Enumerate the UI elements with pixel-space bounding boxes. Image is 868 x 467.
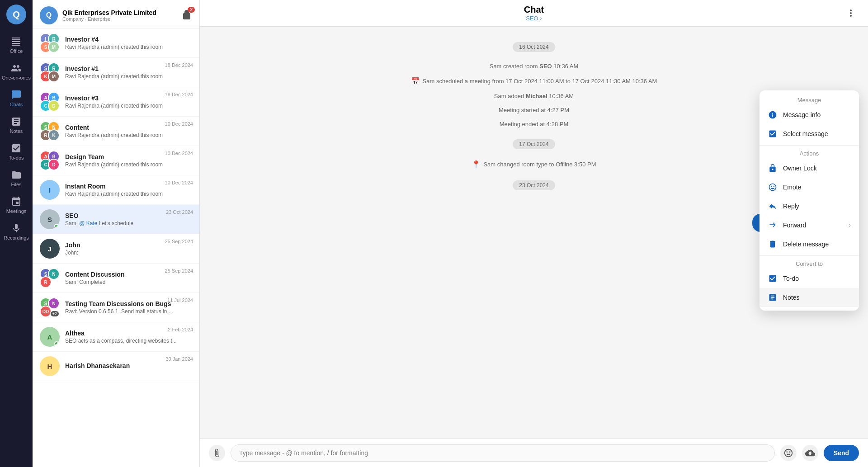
chat-item-content[interactable]: SNRK Content Ravi Rajendra (admin) creat…: [33, 117, 199, 146]
notification-count: 2: [188, 7, 195, 13]
chat-time-design: 10 Dec 2024: [165, 151, 193, 156]
system-msg-meeting-started: Meeting started at 4:27 PM: [218, 105, 850, 115]
nav-office[interactable]: Office: [0, 32, 33, 58]
chat-name-harish: Harish Dhanasekaran: [65, 362, 192, 369]
system-msg-created: Sam created room SEO 10:36 AM: [218, 61, 850, 71]
lock-icon: [768, 163, 778, 173]
chat-item-harish[interactable]: H Harish Dhanasekaran 30 Jan 2024: [33, 352, 199, 381]
nav-oneononones-label: One-on-ones: [2, 75, 31, 80]
chat-time-investor3: 18 Dec 2024: [165, 92, 193, 97]
info-icon: [768, 110, 778, 120]
system-msg-meeting-ended: Meeting ended at 4:28 PM: [218, 119, 850, 129]
date-label-oct23: 23 Oct 2024: [513, 180, 555, 190]
context-item-notes[interactable]: Notes: [760, 288, 859, 307]
send-button[interactable]: Send: [824, 445, 859, 461]
company-logo: Q: [40, 6, 58, 24]
context-label-owner-lock: Owner Lock: [783, 165, 817, 172]
upload-button[interactable]: [802, 445, 818, 461]
chat-list: IRSM Investor #4 Ravi Rajendra (admin) c…: [33, 28, 199, 467]
avatar-contentdiscussion: SNR: [40, 268, 60, 288]
context-item-select-message[interactable]: Select message: [760, 124, 859, 143]
chat-preview-design: Ravi Rajendra (admin) created this room: [65, 161, 192, 168]
chat-preview-seo: Sam: @ Kate Let's schedule: [65, 220, 192, 226]
chat-time-instant: 10 Dec 2024: [165, 180, 193, 185]
chat-title: Chat: [425, 5, 642, 15]
context-convert-label: Convert to: [760, 258, 859, 269]
brand-logo[interactable]: Q: [6, 5, 26, 24]
date-separator-oct16: 16 Oct 2024: [218, 43, 850, 50]
system-msg-meeting-text: Sam scheduled a meeting from 17 Oct 2024…: [423, 78, 657, 85]
nav-chats-label: Chats: [10, 102, 23, 107]
emoji-button[interactable]: [780, 445, 797, 461]
more-options-button[interactable]: [843, 5, 859, 21]
chat-item-contentdiscussion[interactable]: SNR Content Discussion Sam: Completed 25…: [33, 264, 199, 293]
chat-preview-investor3: Ravi Rajendra (admin) created this room: [65, 103, 192, 109]
chat-preview-investor4: Ravi Rajendra (admin) created this room: [65, 44, 192, 50]
company-info: Q Qik Enterprises Private Limited Compan…: [40, 6, 156, 24]
message-row-sam: …:32 PM @Kate Let's schedule Sam: [218, 207, 850, 232]
chat-time-john: 25 Sep 2024: [165, 239, 193, 244]
nav-todos[interactable]: To-dos: [0, 138, 33, 165]
company-sub: Company · Enterprise: [62, 16, 156, 22]
system-msg-meeting-ended-text: Meeting ended at 4:28 PM: [500, 121, 569, 127]
context-label-emote: Emote: [783, 184, 801, 191]
context-label-message-info: Message info: [783, 111, 821, 118]
chat-list-header: Q Qik Enterprises Private Limited Compan…: [33, 0, 199, 28]
chat-subtitle[interactable]: SEO ›: [425, 15, 642, 22]
chat-item-instant[interactable]: I Instant Room Ravi Rajendra (admin) cre…: [33, 175, 199, 205]
nav-office-label: Office: [10, 48, 23, 54]
avatar-seo: S: [40, 209, 60, 229]
chat-item-investor4[interactable]: IRSM Investor #4 Ravi Rajendra (admin) c…: [33, 28, 199, 58]
chat-list-panel: Q Qik Enterprises Private Limited Compan…: [33, 0, 200, 467]
delete-icon: [768, 239, 778, 249]
avatar-instant: I: [40, 180, 60, 200]
date-separator-oct23: 23 Oct 2024: [218, 181, 850, 189]
system-msg-added-michael: Sam added Michael 10:36 AM: [218, 91, 850, 101]
chat-preview-instant: Ravi Rajendra (admin) created this room: [65, 191, 192, 197]
chat-time-testing: 11 Jul 2024: [167, 297, 193, 303]
chat-item-seo[interactable]: S SEO Sam: @ Kate Let's schedule 23 Oct …: [33, 205, 199, 234]
system-msg-offline-text: Sam changed room type to Offline 3:50 PM: [483, 161, 596, 168]
context-item-reply[interactable]: Reply: [760, 197, 859, 216]
attachment-button[interactable]: [209, 445, 225, 461]
avatar-investor1: SRKM: [40, 62, 60, 82]
nav-recordings[interactable]: Recordings: [0, 218, 33, 245]
chat-time-investor1: 18 Dec 2024: [165, 62, 193, 68]
calendar-icon: 📅: [411, 77, 420, 85]
nav-chats[interactable]: Chats: [0, 85, 33, 112]
chat-preview-contentdiscussion: Sam: Completed: [65, 279, 192, 285]
chat-item-john[interactable]: J John John: 25 Sep 2024: [33, 234, 199, 264]
nav-meetings[interactable]: Meetings: [0, 192, 33, 218]
extra-badge-testing: +2: [50, 310, 60, 317]
chat-time-content: 10 Dec 2024: [165, 121, 193, 127]
nav-files[interactable]: Files: [0, 165, 33, 192]
date-separator-oct17: 17 Oct 2024: [218, 140, 850, 147]
nav-recordings-label: Recordings: [4, 235, 29, 241]
chat-preview-testing: Ravi: Version 0.6.56 1. Send mail status…: [65, 308, 192, 315]
avatar-content: SNRK: [40, 121, 60, 141]
context-item-owner-lock[interactable]: Owner Lock: [760, 159, 859, 178]
mention-kate: @ Kate: [79, 220, 97, 226]
context-item-delete-message[interactable]: Delete message: [760, 235, 859, 254]
context-item-emote[interactable]: Emote: [760, 178, 859, 197]
system-msg-offline: 📍 Sam changed room type to Offline 3:50 …: [218, 158, 850, 170]
chat-item-althea[interactable]: A Althea SEO acts as a compass, directin…: [33, 322, 199, 352]
chat-item-design[interactable]: ABCD Design Team Ravi Rajendra (admin) c…: [33, 146, 199, 175]
avatar-althea: A: [40, 327, 60, 347]
context-item-message-info[interactable]: Message info: [760, 105, 859, 124]
context-menu: Message Message info Select message Acti…: [760, 90, 859, 311]
chat-item-investor3[interactable]: ABCD Investor #3 Ravi Rajendra (admin) c…: [33, 87, 199, 117]
chat-item-testing[interactable]: SNDD +2 Testing Team Discussions on Bugs…: [33, 293, 199, 322]
context-label-notes: Notes: [783, 294, 800, 301]
nav-meetings-label: Meetings: [6, 208, 27, 214]
nav-todos-label: To-dos: [9, 155, 24, 160]
chat-item-investor1[interactable]: SRKM Investor #1 Ravi Rajendra (admin) c…: [33, 58, 199, 87]
message-input[interactable]: [231, 444, 775, 462]
context-label-delete-message: Delete message: [783, 241, 829, 248]
checkbox-icon: [768, 129, 778, 139]
context-item-todo[interactable]: To-do: [760, 269, 859, 288]
notification-badge-container[interactable]: 2: [181, 9, 192, 22]
nav-notes[interactable]: Notes: [0, 112, 33, 138]
nav-oneononones[interactable]: One-on-ones: [0, 58, 33, 85]
context-item-forward[interactable]: Forward ›: [760, 216, 859, 235]
